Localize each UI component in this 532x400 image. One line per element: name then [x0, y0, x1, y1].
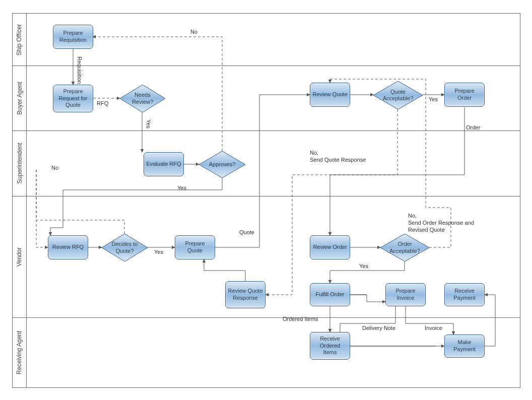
- process-label: Review Quote: [312, 91, 347, 98]
- swimlane-container: Ship Officer Buyer Agent Superintendent …: [12, 13, 520, 388]
- process-evaluate-rfq: Evaluate RFQ: [144, 152, 184, 176]
- edge-no-order: No, Send Order Response and Revised Quot…: [408, 213, 474, 233]
- process-label: Prepare Order: [447, 88, 482, 102]
- process-make-payment: Make Payment: [444, 335, 485, 358]
- decision-label: Quote Acceptable?: [379, 89, 417, 102]
- process-prepare-requisition: Prepare Requisition: [53, 25, 93, 49]
- process-label: Prepare Request for Quote: [55, 88, 91, 109]
- process-review-quote-response: Review Quote Response: [225, 281, 265, 308]
- decision-order-acceptable: Order Acceptable?: [380, 234, 429, 261]
- edge-no-quote: No, Send Quote Response: [310, 150, 366, 164]
- process-label: Make Payment: [447, 339, 482, 353]
- process-receive-ordered-items: Receive Ordered Items: [310, 332, 350, 360]
- lane-label: Vendor: [16, 247, 23, 266]
- decision-label: Decides to Quote?: [108, 241, 142, 254]
- decision-decides-to-quote: Decides to Quote?: [102, 234, 148, 261]
- process-prepare-order: Prepare Order: [444, 83, 485, 107]
- process-label: Review Order: [313, 244, 347, 251]
- edge-yes-order: Yes: [359, 263, 368, 270]
- edge-rfq: RFQ: [97, 100, 108, 107]
- process-label: Fulfill Order: [316, 291, 345, 298]
- edge-ordered-items: Ordered Items: [283, 316, 318, 323]
- lane-receiving-agent: Receiving Agent: [13, 317, 26, 387]
- edge-yes-quote: Yes: [429, 96, 438, 103]
- edge-delivery-note: Delivery Note: [362, 325, 395, 332]
- edge-no-approves: No: [51, 165, 58, 172]
- process-label: Prepare Requisition: [55, 30, 91, 44]
- process-label: Review Quote Response: [228, 288, 263, 302]
- process-label: Review RFQ: [52, 244, 84, 251]
- process-review-rfq: Review RFQ: [48, 235, 88, 259]
- edge-order: Order: [466, 124, 480, 131]
- lane-label: Receiving Agent: [16, 330, 23, 374]
- process-label: Prepare Quote: [177, 240, 213, 254]
- decision-needs-review: Needs Review?: [120, 85, 165, 112]
- process-label: Evaluate RFQ: [146, 161, 181, 168]
- lane-label: Superintendent: [16, 143, 23, 183]
- decision-label: Needs Review?: [126, 92, 159, 105]
- edge-yes: Yes: [145, 119, 152, 128]
- process-prepare-rfq: Prepare Request for Quote: [53, 85, 93, 112]
- decision-quote-acceptable: Quote Acceptable?: [373, 81, 423, 109]
- process-fulfill-order: Fulfill Order: [310, 283, 350, 306]
- edge-no: No: [190, 29, 197, 36]
- decision-label: Order Acceptable?: [386, 241, 423, 254]
- lane-superintendent: Superintendent: [13, 130, 26, 196]
- lane-label: Ship Officer: [16, 24, 23, 55]
- lane-vendor: Vendor: [13, 196, 26, 317]
- lane-label: Buyer Agent: [16, 82, 23, 114]
- lane-buyer-agent: Buyer Agent: [13, 65, 26, 130]
- decision-label: Approves?: [209, 161, 236, 168]
- edge-requisition: Requisition: [76, 56, 83, 84]
- decision-approves: Approves?: [199, 151, 245, 178]
- process-label: Receive Payment: [447, 288, 482, 302]
- process-label: Receive Ordered Items: [312, 336, 348, 356]
- process-prepare-quote: Prepare Quote: [175, 235, 215, 259]
- edge-quote: Quote: [239, 229, 254, 236]
- process-review-quote: Review Quote: [310, 83, 350, 107]
- process-prepare-invoice: Prepare Invoice: [385, 283, 426, 306]
- process-label: Prepare Invoice: [388, 288, 423, 302]
- process-receive-payment: Receive Payment: [444, 283, 485, 306]
- edge-invoice: Invoice: [425, 325, 442, 332]
- edge-yes-decides: Yes: [154, 249, 163, 256]
- edge-yes-approves: Yes: [177, 185, 186, 192]
- lane-ship-officer: Ship Officer: [13, 14, 26, 65]
- process-review-order: Review Order: [310, 235, 350, 259]
